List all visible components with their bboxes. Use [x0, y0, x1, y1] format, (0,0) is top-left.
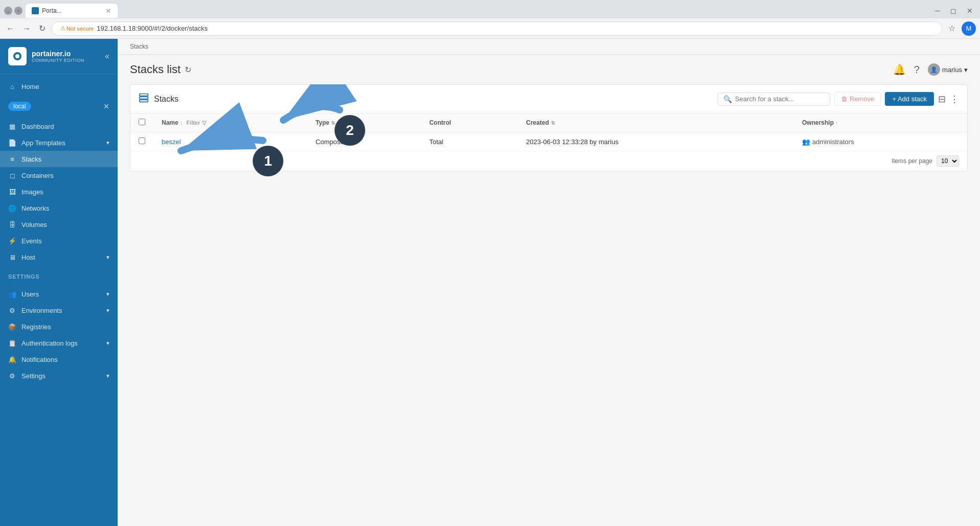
- row-checkbox[interactable]: [139, 138, 145, 144]
- sidebar-events-label: Events: [21, 237, 42, 245]
- profile-btn[interactable]: M: [962, 21, 976, 36]
- ownership-icon: 👥: [802, 138, 810, 146]
- sidebar-item-events[interactable]: ⚡ Events: [0, 233, 118, 249]
- app-templates-icon: 📄: [8, 139, 16, 147]
- row-type-cell: Compose: [307, 132, 421, 151]
- col-ownership-header[interactable]: Ownership ↑: [794, 113, 967, 132]
- images-icon: 🖼: [8, 188, 16, 196]
- add-stack-label: + Add stack: [892, 95, 927, 103]
- env-badge[interactable]: local: [8, 102, 31, 111]
- sidebar-environments-label: Environments: [21, 307, 62, 314]
- sidebar-host-label: Host: [21, 254, 35, 261]
- back-btn[interactable]: ←: [4, 22, 16, 35]
- sidebar-item-environments[interactable]: ⚙ Environments ▾: [0, 302, 118, 318]
- search-box[interactable]: 🔍: [718, 93, 830, 106]
- sidebar-item-settings[interactable]: ⚙ Settings ▾: [0, 368, 118, 384]
- browser-controls: ⌄ +: [4, 7, 23, 15]
- table-header: Name ↓ Filter ▽ Type ⇅: [130, 113, 967, 132]
- table-container: Name ↓ Filter ▽ Type ⇅: [130, 113, 967, 151]
- stacks-panel: Stacks 🔍 🗑 Remove + Add stack: [130, 84, 968, 171]
- tab-bar: Porta... ✕: [26, 4, 929, 18]
- sidebar-item-volumes[interactable]: 🗄 Volumes: [0, 216, 118, 233]
- env-close-btn[interactable]: ✕: [103, 102, 109, 110]
- sidebar-item-home[interactable]: ⌂ Home: [0, 78, 118, 95]
- notification-bell-icon[interactable]: 🔔: [893, 63, 906, 76]
- more-options-btn[interactable]: ⋮: [950, 94, 959, 105]
- close-btn[interactable]: ✕: [964, 6, 976, 16]
- sidebar-containers-label: Containers: [21, 172, 54, 179]
- environments-chevron: ▾: [106, 307, 109, 314]
- ownership-value: administrators: [812, 138, 854, 146]
- sidebar-item-auth-logs[interactable]: 📋 Authentication logs ▾: [0, 335, 118, 351]
- environments-icon: ⚙: [8, 306, 16, 314]
- logo-edition: COMMUNITY EDITION: [32, 58, 84, 63]
- page-header: Stacks list ↻ 🔔 ? 👤 marius ▾: [118, 55, 980, 84]
- sidebar-item-stacks[interactable]: ≡ Stacks: [0, 151, 118, 167]
- tab-close-btn[interactable]: ✕: [105, 7, 112, 15]
- type-sort-icon: ⇅: [331, 120, 335, 126]
- stack-link[interactable]: beszel: [162, 138, 181, 146]
- minimize-btn[interactable]: ─: [932, 6, 943, 16]
- sidebar-dashboard-label: Dashboard: [21, 123, 54, 130]
- table-row: beszel Compose Total 2023-06-03 12:33:28…: [130, 132, 967, 151]
- sidebar-item-host[interactable]: 🖥 Host ▾: [0, 249, 118, 265]
- dashboard-icon: ▦: [8, 122, 16, 130]
- bookmark-btn[interactable]: ☆: [946, 21, 957, 35]
- remove-icon: 🗑: [841, 95, 848, 103]
- sidebar-item-images[interactable]: 🖼 Images: [0, 184, 118, 200]
- sidebar-registries-label: Registries: [21, 323, 51, 331]
- help-icon[interactable]: ?: [914, 64, 920, 76]
- settings-section-label: Settings: [0, 269, 118, 282]
- logo-name: portainer.io: [32, 50, 84, 58]
- row-ownership-cell: 👥 administrators: [794, 132, 967, 151]
- auth-logs-icon: 📋: [8, 339, 16, 347]
- networks-icon: 🌐: [8, 204, 16, 212]
- settings-chevron: ▾: [106, 373, 109, 379]
- browser-new-tab[interactable]: +: [14, 7, 23, 15]
- app-layout: portainer.io COMMUNITY EDITION « ⌂ Home …: [0, 39, 980, 526]
- tab-title: Porta...: [42, 7, 62, 14]
- tab-favicon: [32, 7, 39, 14]
- filter-icon[interactable]: ▽: [202, 120, 206, 126]
- col-type-header[interactable]: Type ⇅: [307, 113, 421, 132]
- sidebar-item-app-templates[interactable]: 📄 App Templates ▾: [0, 134, 118, 151]
- header-actions: 🔔 ? 👤 marius ▾: [893, 63, 968, 76]
- address-input[interactable]: ⚠ Not secure 192.168.1.18:9000/#!/2/dock…: [52, 21, 942, 36]
- sidebar-collapse-btn[interactable]: «: [105, 52, 109, 61]
- breadcrumb: Stacks: [118, 39, 980, 55]
- user-menu[interactable]: 👤 marius ▾: [928, 63, 968, 76]
- users-chevron: ▾: [106, 291, 109, 298]
- sidebar-item-registries[interactable]: 📦 Registries: [0, 318, 118, 335]
- sidebar-home-label: Home: [21, 83, 39, 90]
- active-tab[interactable]: Porta... ✕: [26, 4, 118, 18]
- table-body: beszel Compose Total 2023-06-03 12:33:28…: [130, 132, 967, 151]
- browser-tab-list[interactable]: ⌄: [4, 7, 12, 15]
- select-all-checkbox[interactable]: [139, 119, 145, 125]
- sidebar-item-containers[interactable]: ◻ Containers: [0, 167, 118, 184]
- forward-btn[interactable]: →: [20, 22, 33, 35]
- notifications-icon: 🔔: [8, 355, 16, 363]
- sidebar-settings-label: Settings: [21, 372, 46, 380]
- sidebar-item-networks[interactable]: 🌐 Networks: [0, 200, 118, 216]
- sidebar-stacks-label: Stacks: [21, 155, 41, 163]
- app-templates-chevron: ▾: [106, 140, 109, 146]
- sidebar-volumes-label: Volumes: [21, 221, 47, 228]
- search-icon: 🔍: [723, 95, 732, 103]
- remove-button[interactable]: 🗑 Remove: [834, 92, 881, 106]
- sidebar-item-dashboard[interactable]: ▦ Dashboard: [0, 118, 118, 134]
- refresh-btn[interactable]: ↻: [185, 65, 191, 75]
- search-input[interactable]: [735, 95, 825, 103]
- restore-btn[interactable]: ◻: [947, 6, 960, 16]
- sidebar-item-notifications[interactable]: 🔔 Notifications: [0, 351, 118, 368]
- add-stack-button[interactable]: + Add stack: [885, 92, 934, 106]
- svg-point-1: [15, 54, 19, 58]
- view-toggle-btn[interactable]: ⊟: [938, 94, 946, 105]
- sidebar-item-users[interactable]: 👥 Users ▾: [0, 286, 118, 302]
- stacks-table: Name ↓ Filter ▽ Type ⇅: [130, 113, 967, 151]
- col-created-header[interactable]: Created ⇅: [518, 113, 794, 132]
- col-name-header[interactable]: Name ↓ Filter ▽: [153, 113, 307, 132]
- sidebar: portainer.io COMMUNITY EDITION « ⌂ Home …: [0, 39, 118, 526]
- items-per-page-select[interactable]: 10: [937, 155, 959, 167]
- reload-btn[interactable]: ↻: [37, 21, 48, 35]
- address-bar: ← → ↻ ⚠ Not secure 192.168.1.18:9000/#!/…: [0, 18, 980, 39]
